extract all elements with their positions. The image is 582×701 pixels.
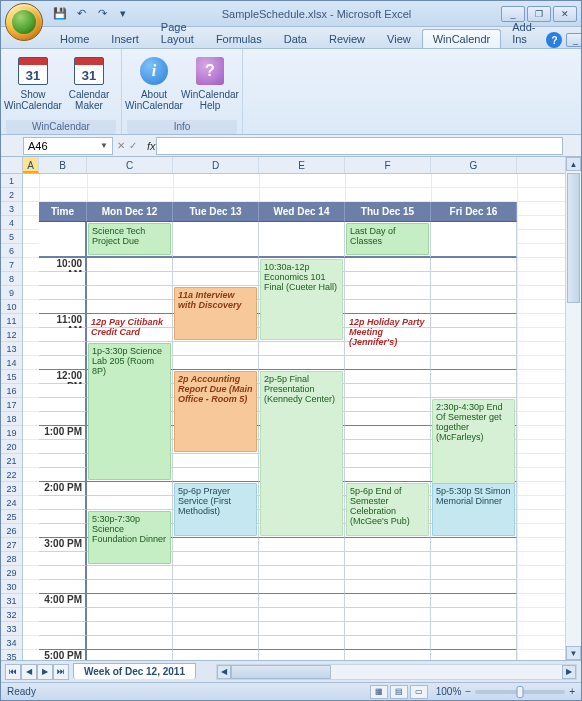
row-header[interactable]: 28	[1, 552, 22, 566]
row-header[interactable]: 11	[1, 314, 22, 328]
tab-add-ins[interactable]: Add-Ins	[501, 17, 546, 48]
row-header[interactable]: 19	[1, 426, 22, 440]
tab-formulas[interactable]: Formulas	[205, 29, 273, 48]
calendar-event[interactable]: 5p-6p Prayer Service (First Methodist)	[174, 483, 257, 536]
row-header[interactable]: 5	[1, 230, 22, 244]
column-header[interactable]: E	[259, 157, 345, 173]
grid-body[interactable]: TimeMon Dec 12Tue Dec 13Wed Dec 14Thu De…	[23, 174, 565, 660]
allday-event[interactable]: Last Day of Classes	[346, 223, 429, 255]
calendar-maker-button[interactable]: 31 Calendar Maker	[62, 52, 116, 120]
row-header[interactable]: 21	[1, 454, 22, 468]
tab-insert[interactable]: Insert	[100, 29, 150, 48]
row-header[interactable]: 18	[1, 412, 22, 426]
column-header[interactable]: G	[431, 157, 517, 173]
qat-dropdown-icon[interactable]: ▾	[114, 5, 132, 23]
scroll-right-icon[interactable]: ▶	[562, 665, 576, 679]
close-button[interactable]: ✕	[553, 6, 577, 22]
scroll-up-icon[interactable]: ▲	[566, 157, 581, 171]
row-header[interactable]: 34	[1, 636, 22, 650]
normal-view-button[interactable]: ▦	[370, 685, 388, 699]
tab-page-layout[interactable]: Page Layout	[150, 17, 205, 48]
undo-icon[interactable]: ↶	[72, 5, 90, 23]
zoom-level[interactable]: 100%	[436, 686, 462, 697]
calendar-event[interactable]: 5:30p-7:30p Science Foundation Dinner	[88, 511, 171, 564]
zoom-slider[interactable]	[475, 690, 565, 694]
next-sheet-button[interactable]: ▶	[37, 664, 53, 680]
row-header[interactable]: 12	[1, 328, 22, 342]
column-header[interactable]: F	[345, 157, 431, 173]
prev-sheet-button[interactable]: ◀	[21, 664, 37, 680]
row-header[interactable]: 23	[1, 482, 22, 496]
sheet-tab[interactable]: Week of Dec 12, 2011	[73, 663, 196, 679]
row-header[interactable]: 30	[1, 580, 22, 594]
scroll-thumb[interactable]	[567, 173, 580, 303]
row-header[interactable]: 4	[1, 216, 22, 230]
row-header[interactable]: 7	[1, 258, 22, 272]
scroll-down-icon[interactable]: ▼	[566, 646, 581, 660]
wincalendar-help-button[interactable]: ? WinCalendar Help	[183, 52, 237, 120]
last-sheet-button[interactable]: ⏭	[53, 664, 69, 680]
help-icon[interactable]: ?	[546, 32, 562, 48]
enter-icon[interactable]: ✓	[129, 140, 137, 151]
row-header[interactable]: 29	[1, 566, 22, 580]
row-header[interactable]: 10	[1, 300, 22, 314]
allday-event[interactable]: Science Tech Project Due	[88, 223, 171, 255]
about-wincalendar-button[interactable]: i About WinCalendar	[127, 52, 181, 120]
row-header[interactable]: 32	[1, 608, 22, 622]
tab-wincalendr[interactable]: WinCalendr	[422, 29, 501, 48]
name-box[interactable]: A46 ▼	[23, 137, 113, 155]
tab-review[interactable]: Review	[318, 29, 376, 48]
show-wincalendar-button[interactable]: 31 Show WinCalendar	[6, 52, 60, 120]
calendar-event[interactable]: 5p-6p End of Semester Celebration (McGee…	[346, 483, 429, 536]
fx-label[interactable]: fx	[147, 140, 156, 152]
select-all-corner[interactable]	[1, 157, 23, 174]
calendar-event[interactable]: 1p-3:30p Science Lab 205 (Room 8P)	[88, 343, 171, 480]
row-header[interactable]: 35	[1, 650, 22, 660]
row-header[interactable]: 16	[1, 384, 22, 398]
row-header[interactable]: 31	[1, 594, 22, 608]
page-layout-view-button[interactable]: ▤	[390, 685, 408, 699]
doc-minimize-button[interactable]: _	[566, 33, 582, 47]
zoom-in-button[interactable]: +	[569, 686, 575, 697]
row-header[interactable]: 24	[1, 496, 22, 510]
column-header[interactable]: B	[39, 157, 87, 173]
redo-icon[interactable]: ↷	[93, 5, 111, 23]
vertical-scrollbar[interactable]: ▲ ▼	[565, 157, 581, 660]
cancel-icon[interactable]: ✕	[117, 140, 125, 151]
tab-view[interactable]: View	[376, 29, 422, 48]
row-header[interactable]: 14	[1, 356, 22, 370]
column-header[interactable]: C	[87, 157, 173, 173]
row-header[interactable]: 20	[1, 440, 22, 454]
save-icon[interactable]: 💾	[51, 5, 69, 23]
row-header[interactable]: 2	[1, 188, 22, 202]
row-header[interactable]: 25	[1, 510, 22, 524]
tab-data[interactable]: Data	[273, 29, 318, 48]
row-header[interactable]: 15	[1, 370, 22, 384]
horizontal-scrollbar[interactable]: ◀ ▶	[216, 664, 577, 680]
row-header[interactable]: 6	[1, 244, 22, 258]
row-header[interactable]: 17	[1, 398, 22, 412]
scroll-left-icon[interactable]: ◀	[217, 665, 231, 679]
calendar-event[interactable]: 11a Interview with Discovery	[174, 287, 257, 340]
calendar-event[interactable]: 12p Holiday Party Meeting (Jennifer's)	[346, 315, 429, 396]
zoom-out-button[interactable]: −	[465, 686, 471, 697]
column-header[interactable]: A	[23, 157, 39, 173]
formula-input[interactable]	[156, 137, 563, 155]
row-header[interactable]: 27	[1, 538, 22, 552]
first-sheet-button[interactable]: ⏮	[5, 664, 21, 680]
chevron-down-icon[interactable]: ▼	[100, 141, 108, 150]
row-header[interactable]: 13	[1, 342, 22, 356]
page-break-view-button[interactable]: ▭	[410, 685, 428, 699]
row-header[interactable]: 26	[1, 524, 22, 538]
row-header[interactable]: 1	[1, 174, 22, 188]
row-header[interactable]: 8	[1, 272, 22, 286]
calendar-event[interactable]: 5p-5:30p St Simon Memorial Dinner	[432, 483, 515, 536]
calendar-event[interactable]: 2p Accounting Report Due (Main Office - …	[174, 371, 257, 452]
column-header[interactable]: D	[173, 157, 259, 173]
calendar-event[interactable]: 10:30a-12p Economics 101 Final (Cueter H…	[260, 259, 343, 340]
calendar-event[interactable]: 2p-5p Final Presentation (Kennedy Center…	[260, 371, 343, 536]
row-header[interactable]: 9	[1, 286, 22, 300]
row-header[interactable]: 33	[1, 622, 22, 636]
office-button[interactable]	[5, 3, 43, 41]
row-header[interactable]: 3	[1, 202, 22, 216]
